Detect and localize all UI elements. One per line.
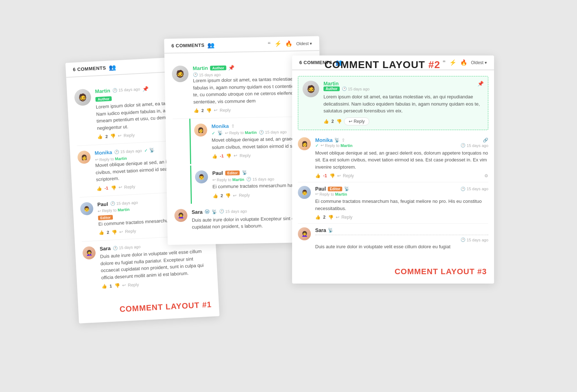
like-btn-paul-1[interactable]: 👍: [99, 230, 105, 236]
clock-icon-2m: 🕐: [193, 72, 198, 77]
dislike-btn-martin-2[interactable]: 👎: [206, 108, 212, 113]
author-name-paul-1[interactable]: Paul: [97, 201, 108, 208]
comment-layout-3: 6 COMMENTS 👥 ❝ ⚡ 🔥 Oldest ▾ 🧔: [292, 55, 494, 284]
dislike-btn-monika-1[interactable]: 👎: [111, 185, 116, 190]
comment-header-monika-3: Monika 📡 ⇪ 🔗: [315, 137, 488, 143]
comment-item-sara-3: 👩‍🦱 Sara 📡 🕐: [298, 224, 488, 257]
like-btn-monika-3[interactable]: 👍: [315, 173, 321, 178]
author-name-sara-2[interactable]: Sara: [191, 209, 203, 215]
like-btn-sara-1[interactable]: 👍: [102, 284, 107, 289]
dislike-btn-monika-2[interactable]: 👎: [226, 153, 232, 159]
header-left-1: 6 COMMENTS 👥: [73, 64, 116, 73]
author-name-monika-2[interactable]: Monika: [211, 123, 229, 129]
time-martin-1: 🕐 15 days ago: [112, 86, 140, 93]
like-btn-paul-3[interactable]: 👍: [315, 215, 321, 220]
time-monika-3: 🕐 15 days ago: [461, 143, 488, 148]
reply-btn-martin-3[interactable]: ↩ Reply: [344, 117, 370, 125]
clock-icon-3m: 🕐: [342, 86, 347, 91]
author-name-paul-2[interactable]: Paul: [212, 170, 223, 176]
author-name-martin-3[interactable]: Martin: [323, 81, 339, 86]
author-name-martin-1[interactable]: Martin: [95, 88, 110, 94]
bolt-icon-2[interactable]: ⚡: [274, 40, 282, 47]
comment-body-paul-3: Paul Editor 📡 🕐 15 days ago ↩: [315, 186, 488, 220]
comment-text-monika-3: Movet oblique denique at sed, an graeci …: [315, 150, 488, 171]
avatar-martin-3: 🧔: [303, 81, 319, 97]
like-btn-monika-1[interactable]: 👍: [96, 186, 102, 191]
like-btn-martin-3[interactable]: 👍: [323, 119, 329, 124]
fire-icon-2[interactable]: 🔥: [285, 40, 292, 47]
gear-icon-mo3[interactable]: ⚙: [484, 173, 488, 178]
time-paul-3: 🕐 15 days ago: [461, 187, 488, 191]
time-martin-3: 🕐 15 days ago: [342, 86, 370, 91]
author-name-paul-3[interactable]: Paul: [315, 186, 326, 192]
quote-icon-2[interactable]: ❝: [268, 41, 271, 48]
users-icon-1[interactable]: 👥: [109, 64, 116, 71]
avatar-sara-2: 👩‍🦱: [174, 209, 188, 222]
bolt-icon-3[interactable]: ⚡: [449, 59, 457, 66]
reply-to-paul-2: ↩ Reply to Martin: [212, 177, 245, 182]
users-icon-2[interactable]: 👥: [207, 41, 215, 48]
share-icon-m2[interactable]: ⇪: [231, 123, 234, 128]
time-sara-1: 🕐 15 days ago: [113, 244, 141, 250]
comment-body-martin-3: Martin 📌 Author 🕐 15 days ago Lorem ipsu…: [323, 81, 484, 125]
reply-btn-monika-3[interactable]: Reply: [343, 173, 354, 178]
sep-2p: ↩: [233, 193, 237, 198]
pin-icon-2: 📌: [228, 64, 234, 70]
reply-btn-paul-3[interactable]: Reply: [342, 215, 353, 220]
avatar-paul-2: 👨: [195, 170, 208, 184]
author-name-martin-2[interactable]: Martin: [193, 65, 208, 71]
clock-icon-m1: 🕐: [114, 150, 119, 155]
comment-text-sara-1: Duis aute irure dolor in voluptate velit…: [100, 248, 210, 281]
monika-icons-3: ✓ ↩ Reply to Martin: [315, 143, 352, 148]
like-btn-martin-2[interactable]: 👍: [193, 108, 199, 113]
comments-count-1: 6 COMMENTS: [73, 65, 106, 72]
author-name-sara-3[interactable]: Sara: [315, 227, 326, 233]
dislike-btn-monika-3[interactable]: 👎: [330, 173, 335, 178]
like-count-martin-2: 2: [201, 108, 204, 113]
reply-arrow-p1: ↩: [98, 209, 101, 213]
comment-actions-monika-3: 👍 -1 👎 ↩ Reply ⚙: [315, 173, 488, 178]
reply-btn-monika-2[interactable]: Reply: [239, 153, 251, 159]
link-icon-mo3[interactable]: 🔗: [483, 138, 488, 143]
clock-icon-3mo: 🕐: [461, 143, 466, 148]
editor-badge-1: Editor: [98, 215, 113, 220]
like-btn-monika-2[interactable]: 👍: [212, 153, 217, 159]
rss-s2: 📡: [212, 209, 217, 214]
fire-icon-3[interactable]: 🔥: [460, 59, 467, 66]
dislike-btn-paul-3[interactable]: 👎: [328, 215, 334, 220]
wp-icon-2: Ⓦ: [205, 208, 210, 215]
sort-button-3[interactable]: Oldest ▾: [471, 60, 487, 65]
reply-btn-paul-2[interactable]: Reply: [239, 192, 250, 198]
rss-icon-1: 📡: [149, 147, 155, 153]
author-name-monika-3[interactable]: Monika: [315, 137, 332, 143]
author-name-monika-1[interactable]: Monika: [94, 149, 112, 156]
share-icon-mo3[interactable]: ⇪: [342, 138, 345, 143]
author-name-sara-1[interactable]: Sara: [100, 245, 111, 252]
time-sara-3: 🕐 15 days ago: [461, 237, 488, 242]
reply-btn-paul-1[interactable]: Reply: [125, 228, 136, 234]
dislike-btn-paul-1[interactable]: 👎: [111, 230, 117, 235]
dislike-btn-martin-3[interactable]: 👎: [336, 119, 342, 124]
reply-btn-sara-1[interactable]: Reply: [128, 282, 139, 288]
avatar-martin-2: 🧔: [172, 66, 189, 83]
quote-icon-3[interactable]: ❝: [442, 59, 446, 66]
dislike-btn-martin-1[interactable]: 👎: [110, 134, 116, 139]
comment-sara-3-inner: 👩‍🦱 Sara 📡 🕐: [298, 227, 488, 253]
header-right-2: ❝ ⚡ 🔥 Oldest ▾: [268, 40, 312, 48]
sort-button-2[interactable]: Oldest ▾: [296, 41, 312, 46]
comment-header-sara-3: Sara 📡: [315, 227, 488, 233]
pin-icon-1: 📌: [142, 86, 149, 92]
like-btn-paul-2[interactable]: 👍: [213, 193, 218, 198]
like-btn-martin-1[interactable]: 👍: [97, 134, 103, 140]
reply-btn-martin-1[interactable]: Reply: [123, 133, 135, 138]
avatar-sara-1: 👩‍🦱: [82, 246, 96, 260]
reply-btn-monika-1[interactable]: Reply: [124, 184, 135, 190]
like-count-monika-3: -1: [323, 173, 327, 178]
like-count-martin-3: 2: [331, 119, 334, 124]
dislike-btn-sara-1[interactable]: 👎: [114, 283, 120, 289]
header-left-2: 6 COMMENTS 👥: [171, 41, 215, 49]
dislike-btn-paul-2[interactable]: 👎: [225, 193, 231, 198]
sub-icons-monika-1: ✓ 📡: [144, 147, 155, 153]
reply-btn-martin-2[interactable]: Reply: [220, 108, 231, 113]
rss-p3: 📡: [344, 186, 349, 191]
